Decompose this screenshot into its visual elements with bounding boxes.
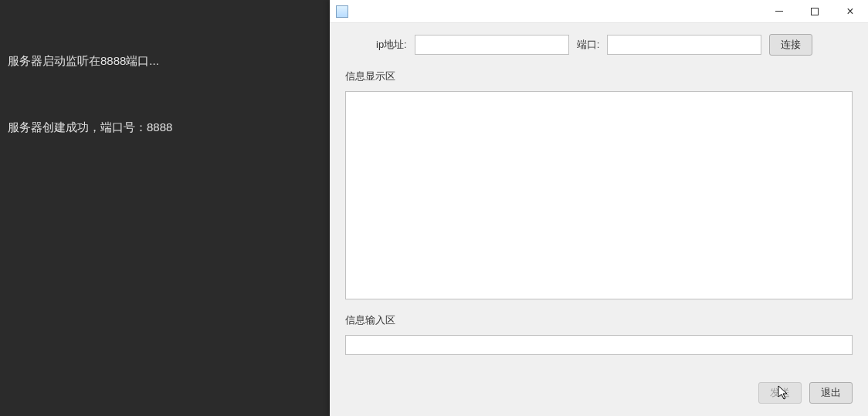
- titlebar: ×: [330, 0, 868, 23]
- minimize-icon: [775, 11, 783, 12]
- message-display-area: [345, 91, 853, 299]
- exit-button[interactable]: 退出: [809, 382, 853, 404]
- connect-button[interactable]: 连接: [769, 34, 812, 56]
- close-button[interactable]: ×: [832, 0, 868, 23]
- client-area: ip地址: 端口: 连接 信息显示区 信息输入区 发送 退出: [330, 23, 868, 416]
- minimize-button[interactable]: [761, 0, 797, 23]
- port-input[interactable]: [607, 35, 761, 55]
- ip-label: ip地址:: [376, 38, 407, 52]
- close-icon: ×: [846, 5, 853, 18]
- display-section-label: 信息显示区: [345, 69, 853, 83]
- send-button[interactable]: 发送: [758, 382, 802, 404]
- maximize-icon: [811, 8, 819, 15]
- console-line: 服务器创建成功，端口号：8888: [8, 117, 322, 139]
- input-section-label: 信息输入区: [345, 313, 853, 327]
- message-input[interactable]: [345, 335, 853, 355]
- window-controls: ×: [761, 0, 868, 23]
- connection-row: ip地址: 端口: 连接: [345, 34, 853, 56]
- app-icon: [336, 5, 348, 18]
- bottom-button-row: 发送 退出: [345, 368, 853, 404]
- console-line: 服务器启动监听在8888端口...: [8, 50, 322, 73]
- client-window: × ip地址: 端口: 连接 信息显示区 信息输入区 发送 退出: [330, 0, 868, 416]
- server-console: 服务器启动监听在8888端口... 服务器创建成功，端口号：8888: [0, 0, 330, 416]
- ip-input[interactable]: [415, 35, 569, 55]
- port-label: 端口:: [577, 38, 600, 52]
- maximize-button[interactable]: [797, 0, 832, 23]
